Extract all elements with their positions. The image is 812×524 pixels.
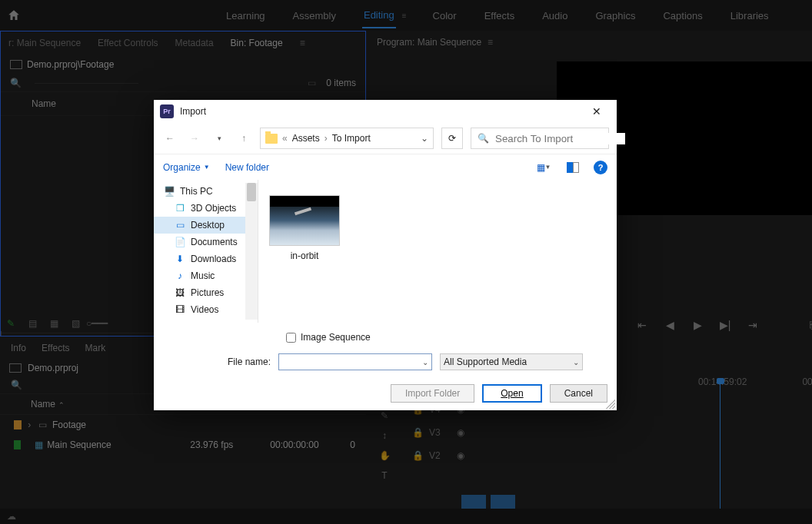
transport-controls: ⇤ ◀ ▶ ▶| ⇥ ⎘ ⎗: [637, 320, 812, 330]
open-button[interactable]: Open: [482, 384, 541, 403]
step-forward-icon[interactable]: ▶|: [720, 320, 730, 330]
row-media-end: 0: [350, 439, 355, 450]
track-row[interactable]: 🔒 V3 ◉: [412, 421, 804, 444]
tree-node-desktop[interactable]: ▭ Desktop: [154, 217, 258, 234]
crumb-part[interactable]: Assets: [292, 133, 320, 144]
close-button[interactable]: ✕: [583, 101, 611, 122]
recent-locations-icon[interactable]: ▾: [211, 130, 228, 147]
source-tab-main-sequence[interactable]: r: Main Sequence: [8, 38, 81, 48]
hand-tool-icon[interactable]: ✋: [379, 450, 390, 461]
zoom-slider-icon[interactable]: ○━━━: [92, 318, 102, 329]
chevron-down-icon[interactable]: ⌄: [573, 358, 579, 366]
workspace-tab-captions[interactable]: Captions: [661, 4, 704, 28]
eye-icon[interactable]: ◉: [455, 427, 466, 438]
mark-out-icon[interactable]: ⇥: [747, 320, 758, 330]
import-folder-button[interactable]: Import Folder: [391, 384, 474, 403]
play-icon[interactable]: ▶: [692, 320, 703, 330]
nav-forward-icon[interactable]: →: [186, 130, 203, 147]
source-tab-effect-controls[interactable]: Effect Controls: [98, 38, 158, 48]
tree-node-3d-objects[interactable]: ❒ 3D Objects: [154, 200, 258, 217]
razor-tool-icon[interactable]: ✎: [379, 410, 390, 421]
address-bar[interactable]: « Assets › To Import ⌄: [260, 128, 434, 149]
project-tab-info[interactable]: Info: [11, 343, 26, 353]
workspace-tab-editing[interactable]: Editing: [362, 3, 396, 28]
tree-node-downloads[interactable]: ⬇ Downloads: [154, 250, 258, 267]
type-tool-icon[interactable]: T: [379, 470, 390, 481]
program-tab[interactable]: Program: Main Sequence: [377, 37, 481, 48]
file-name-input[interactable]: [282, 357, 428, 367]
mark-in-icon[interactable]: ⇤: [637, 320, 647, 330]
source-tab-metadata[interactable]: Metadata: [175, 38, 214, 48]
filter-icon[interactable]: ▭: [306, 78, 317, 88]
project-tab-effects[interactable]: Effects: [42, 343, 69, 353]
timeline-clip[interactable]: [491, 495, 515, 510]
project-tab-markers[interactable]: Mark: [85, 343, 105, 353]
tree-node-pictures[interactable]: 🖼 Pictures: [154, 284, 258, 301]
lock-icon[interactable]: 🔒: [412, 450, 423, 461]
change-view-icon[interactable]: ▦ ▼: [535, 161, 552, 174]
lift-icon[interactable]: ⎘: [807, 320, 812, 330]
project-row[interactable]: › ▭ Footage: [0, 415, 366, 435]
workspace-tab-libraries[interactable]: Libraries: [729, 4, 770, 28]
tree-node-documents[interactable]: 📄 Documents: [154, 234, 258, 250]
project-row[interactable]: ▦ Main Sequence 23.976 fps 00:00:00:00 0: [0, 435, 366, 455]
workspace-tab-color[interactable]: Color: [431, 4, 458, 28]
slip-tool-icon[interactable]: ↕: [379, 430, 390, 441]
monitor-icon: 🖥️: [163, 186, 175, 197]
file-list[interactable]: in-orbit: [258, 180, 617, 323]
icon-view-icon[interactable]: ▦: [48, 318, 59, 329]
panel-menu-icon[interactable]: ≡: [488, 37, 493, 48]
scrollbar[interactable]: [245, 183, 258, 320]
scroll-thumb[interactable]: [247, 183, 256, 201]
list-view-icon[interactable]: ▤: [27, 318, 38, 329]
write-icon[interactable]: ✎: [5, 318, 16, 329]
lock-icon[interactable]: 🔒: [412, 427, 423, 438]
nav-up-icon[interactable]: ↑: [235, 130, 252, 147]
workspace-tab-effects[interactable]: Effects: [483, 4, 517, 28]
home-icon[interactable]: [6, 8, 22, 23]
search-icon[interactable]: 🔍: [11, 380, 22, 390]
tree-node-this-pc[interactable]: 🖥️ This PC: [154, 183, 258, 200]
file-item-in-orbit[interactable]: in-orbit: [269, 195, 340, 261]
search-icon[interactable]: 🔍: [10, 78, 21, 88]
file-type-filter[interactable]: All Supported Media ⌄: [440, 353, 583, 370]
tree-node-videos[interactable]: 🎞 Videos: [154, 301, 258, 318]
playhead[interactable]: [720, 381, 720, 516]
crumb-part[interactable]: To Import: [332, 133, 371, 144]
preview-pane-icon[interactable]: [564, 161, 581, 174]
refresh-button[interactable]: ⟳: [441, 128, 463, 149]
freeform-view-icon[interactable]: ▧: [70, 318, 81, 329]
nav-back-icon[interactable]: ←: [161, 130, 178, 147]
workspace-tab-assembly[interactable]: Assembly: [291, 4, 338, 28]
desktop-icon: ▭: [174, 220, 186, 230]
file-name-combo[interactable]: ⌄: [278, 353, 432, 370]
bin-path: Demo.prproj\Footage: [27, 59, 114, 70]
help-icon[interactable]: ?: [594, 161, 607, 174]
panel-menu-icon[interactable]: ≡: [402, 12, 407, 20]
search-input[interactable]: 🔍: [471, 128, 609, 149]
address-history-icon[interactable]: ⌄: [421, 133, 428, 144]
workspace-tab-learning[interactable]: Learning: [225, 4, 267, 28]
cancel-button[interactable]: Cancel: [550, 384, 607, 403]
search-field[interactable]: [495, 133, 625, 144]
step-back-icon[interactable]: ◀: [664, 320, 675, 330]
image-sequence-checkbox[interactable]: [286, 333, 296, 343]
column-name[interactable]: Name: [32, 98, 56, 109]
resize-grip[interactable]: [606, 400, 615, 409]
file-thumbnail: [269, 195, 340, 246]
workspace-tab-audio[interactable]: Audio: [541, 4, 569, 28]
panel-menu-icon[interactable]: ≡: [300, 38, 305, 48]
tree-node-music[interactable]: ♪ Music: [154, 267, 258, 284]
track-row[interactable]: 🔒 V2 ◉: [412, 444, 804, 467]
cloud-icon[interactable]: ☁: [6, 511, 17, 522]
expand-icon[interactable]: ›: [28, 420, 35, 430]
chevron-down-icon[interactable]: ⌄: [422, 358, 428, 366]
crumb-root-icon[interactable]: «: [282, 133, 288, 144]
organize-menu[interactable]: Organize▼: [163, 162, 210, 173]
eye-icon[interactable]: ◉: [455, 450, 466, 461]
workspace-tab-graphics[interactable]: Graphics: [594, 4, 637, 28]
new-folder-button[interactable]: New folder: [225, 162, 269, 173]
workspace-tab-bar: Learning Assembly Editing ≡ Color Effect…: [0, 0, 812, 31]
source-tab-bin-footage[interactable]: Bin: Footage: [231, 38, 283, 48]
timeline-clip[interactable]: [461, 495, 486, 510]
